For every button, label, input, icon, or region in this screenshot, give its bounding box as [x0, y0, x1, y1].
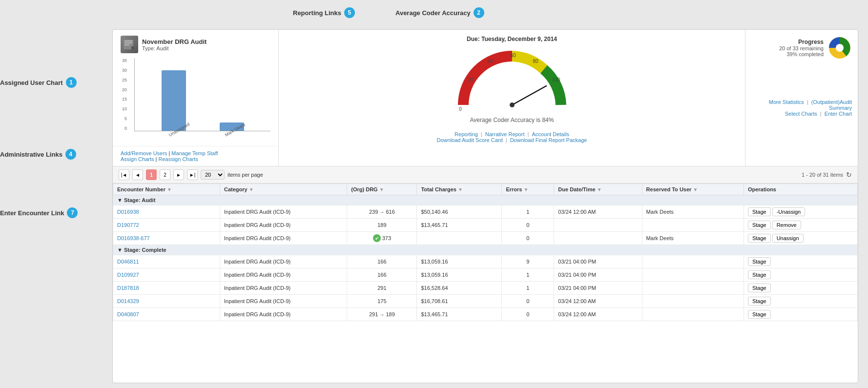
callout-admin-links: Administrative Links 4: [0, 149, 76, 160]
select-charts-link[interactable]: Select Charts: [785, 111, 817, 117]
callout-average-coder-accuracy: Average Coder Accuracy 2: [395, 7, 484, 18]
stage-header-row: ▼ Stage: Complete: [113, 245, 858, 255]
progress-text: Progress 20 of 33 remaining 39% complete…: [779, 39, 824, 57]
stage-button[interactable]: Stage: [748, 297, 771, 306]
first-page-button[interactable]: |◄: [119, 169, 129, 180]
operations-cell: Stage: [744, 268, 857, 282]
operations-cell: Stage: [744, 308, 857, 321]
due-date-filter-icon[interactable]: ▼: [597, 187, 602, 192]
col-category: Category ▼: [220, 184, 347, 195]
next-page-button[interactable]: ►: [173, 169, 184, 180]
reporting-link[interactable]: Reporting: [455, 131, 478, 137]
encounter-link[interactable]: D016938: [117, 209, 139, 215]
stage-button[interactable]: Stage: [748, 310, 771, 319]
encounter-link[interactable]: D016938-677: [117, 235, 150, 241]
encounter-link[interactable]: D046811: [117, 259, 139, 265]
reserved-to-cell: [642, 219, 744, 232]
due-date: Due: Tuesday, December 9, 2014: [467, 36, 557, 42]
due-date-cell: 03/24 12:00 AM: [554, 295, 642, 308]
outer-wrapper: Assigned User Chart 1 Reporting Links 5 …: [0, 0, 868, 388]
reserved-to-cell: [642, 282, 744, 295]
callout-label-text: Reporting Links: [293, 9, 341, 17]
assign-charts-link[interactable]: Assign Charts: [121, 156, 154, 162]
due-date-cell: 03/21 04:00 PM: [554, 268, 642, 282]
reassign-charts-link[interactable]: Reassign Charts: [158, 156, 198, 162]
admin-links: Add/Remove Users | Manage Temp Staff Ass…: [113, 146, 278, 166]
account-details-link[interactable]: Account Details: [532, 131, 569, 137]
callout-number-2: 2: [474, 7, 484, 18]
svg-text:20: 20: [468, 77, 474, 82]
operations-cell: Stage: [744, 282, 857, 295]
progress-remaining: 20 of 33 remaining: [779, 45, 824, 51]
more-statistics-link[interactable]: More Statistics: [769, 99, 804, 105]
narrative-report-link[interactable]: Narrative Report: [485, 131, 525, 137]
operations-cell: Stage: [744, 295, 857, 308]
encounter-link[interactable]: D187818: [117, 285, 139, 291]
org-drg-cell: ✔ 373: [347, 232, 417, 245]
last-page-button[interactable]: ►|: [187, 169, 198, 180]
audit-icon: [121, 36, 138, 53]
category-cell: Inpatient DRG Audit (ICD-9): [220, 205, 347, 219]
check-icon: ✔: [373, 234, 381, 242]
stage-button[interactable]: Stage: [748, 284, 771, 292]
errors-filter-icon[interactable]: ▼: [524, 187, 529, 192]
org-drg-filter-icon[interactable]: ▼: [379, 187, 384, 192]
download-final-report-link[interactable]: Download Final Report Package: [510, 137, 587, 143]
col-org-drg: (Org) DRG ▼: [347, 184, 417, 195]
table-row: D016938-677Inpatient DRG Audit (ICD-9)✔ …: [113, 232, 858, 245]
due-date-cell: 03/24 12:00 AM: [554, 205, 642, 219]
stage-button[interactable]: Stage: [748, 207, 771, 216]
left-column: November DRG Audit Type: Audit 35 30 25: [113, 30, 279, 166]
errors-cell: 0: [502, 295, 554, 308]
stage-header-cell: ▼ Stage: Complete: [113, 245, 858, 255]
stage-button[interactable]: Stage: [748, 270, 771, 279]
encounter-number-filter-icon[interactable]: ▼: [167, 187, 172, 192]
page-1-button[interactable]: 1: [146, 169, 157, 180]
total-charges-filter-icon[interactable]: ▼: [458, 187, 463, 192]
encounter-link[interactable]: D014329: [117, 298, 139, 304]
manage-temp-staff-link[interactable]: Manage Temp Staff: [171, 150, 218, 156]
right-column: Progress 20 of 33 remaining 39% complete…: [745, 30, 858, 166]
callout-label-text: Administrative Links: [0, 151, 62, 158]
category-cell: Inpatient DRG Audit (ICD-9): [220, 255, 347, 268]
reserved-to-cell: [642, 255, 744, 268]
encounter-link[interactable]: D109927: [117, 272, 139, 278]
stage-header-row: ▼ Stage: Audit: [113, 195, 858, 205]
total-charges-cell: $16,708.61: [417, 295, 502, 308]
add-remove-users-link[interactable]: Add/Remove Users: [121, 150, 167, 156]
encounter-cell: D040807: [113, 308, 220, 321]
refresh-icon[interactable]: ↻: [846, 171, 852, 179]
reserved-to-cell: Mark Deets: [642, 205, 744, 219]
remove-button[interactable]: Remove: [772, 221, 801, 229]
encounter-link[interactable]: D040807: [117, 311, 139, 317]
-unassign-button[interactable]: -Unassign: [772, 207, 806, 216]
callout-number-5: 5: [344, 7, 355, 18]
outpatient-audit-summary-link[interactable]: (Outpatient)Audit Summary: [811, 99, 852, 111]
category-cell: Inpatient DRG Audit (ICD-9): [220, 232, 347, 245]
x-axis-labels: Unassigned Mark Deets: [134, 133, 270, 138]
category-filter-icon[interactable]: ▼: [249, 187, 254, 192]
items-per-page-select[interactable]: 10 20 50 100: [201, 170, 225, 180]
stage-button[interactable]: Stage: [748, 234, 771, 243]
encounter-link[interactable]: D190772: [117, 222, 139, 228]
unassign-button[interactable]: Unassign: [772, 234, 804, 243]
audit-type: Type: Audit: [142, 45, 207, 51]
top-section: November DRG Audit Type: Audit 35 30 25: [113, 30, 858, 166]
callout-reporting-links: Reporting Links 5: [293, 7, 355, 18]
drg-arrow: →: [379, 209, 384, 215]
download-audit-score-card-link[interactable]: Download Audit Score Card: [437, 137, 503, 143]
stage-button[interactable]: Stage: [748, 221, 771, 229]
svg-text:100: 100: [552, 77, 560, 82]
table-row: D109927Inpatient DRG Audit (ICD-9)166$13…: [113, 268, 858, 282]
reserved-to-filter-icon[interactable]: ▼: [693, 187, 698, 192]
svg-rect-4: [131, 46, 134, 49]
enter-chart-link[interactable]: Enter Chart: [825, 111, 852, 117]
col-operations: Operations: [744, 184, 857, 195]
pagination-info: 1 - 20 of 31 items: [802, 172, 843, 178]
org-drg-cell: 291: [347, 282, 417, 295]
gauge-label: Average Coder Accuracy is 84%: [470, 117, 554, 123]
errors-cell: 0: [502, 232, 554, 245]
page-2-button[interactable]: 2: [160, 169, 170, 180]
prev-page-button[interactable]: ◄: [132, 169, 143, 180]
stage-button[interactable]: Stage: [748, 257, 771, 266]
